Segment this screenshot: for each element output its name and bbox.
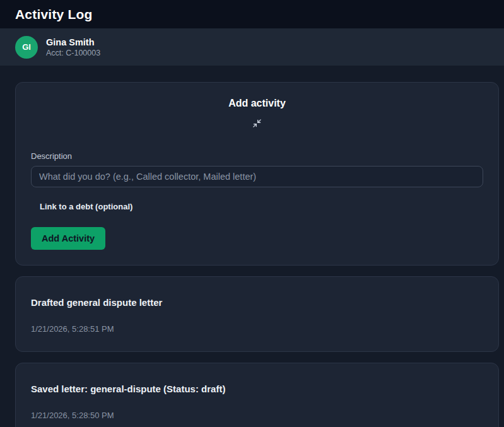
link-debt-label: Link to a debt (optional) <box>40 202 483 211</box>
add-activity-card: Add activity Description Link to a debt … <box>15 82 499 266</box>
avatar: GI <box>15 36 38 59</box>
activity-entry-title: Drafted general dispute letter <box>31 297 483 308</box>
activity-entry-title: Saved letter: general-dispute (Status: d… <box>31 383 483 394</box>
page-title: Activity Log <box>15 7 93 22</box>
add-activity-button[interactable]: Add Activity <box>31 227 105 250</box>
activity-entry-card: Saved letter: general-dispute (Status: d… <box>15 363 499 427</box>
user-account-number: Acct: C-100003 <box>46 49 100 57</box>
activity-entry-card: Drafted general dispute letter 1/21/2026… <box>15 276 499 352</box>
activity-entry-timestamp: 1/21/2026, 5:28:51 PM <box>31 324 483 334</box>
user-bar: GI Gina Smith Acct: C-100003 <box>0 28 504 66</box>
user-meta: Gina Smith Acct: C-100003 <box>46 37 100 57</box>
activity-log-main: Add activity Description Link to a debt … <box>0 66 504 427</box>
collapse-card-button[interactable] <box>251 117 264 129</box>
collapse-arrows-icon <box>252 119 262 128</box>
user-name: Gina Smith <box>46 37 100 47</box>
app-header: Activity Log <box>0 0 504 28</box>
collapse-row <box>31 117 483 129</box>
activity-entry-timestamp: 1/21/2026, 5:28:50 PM <box>31 411 483 420</box>
description-input[interactable] <box>31 166 483 187</box>
add-activity-title: Add activity <box>31 98 483 109</box>
description-label: Description <box>31 151 483 161</box>
